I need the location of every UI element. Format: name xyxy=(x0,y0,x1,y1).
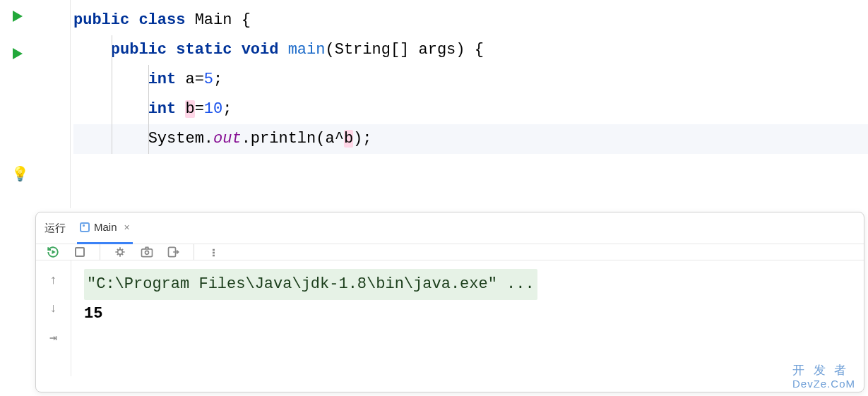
exit-icon[interactable] xyxy=(167,245,181,259)
more-options-icon[interactable]: ⋯ xyxy=(207,245,221,259)
console-output[interactable]: "C:\Program Files\Java\jdk-1.8\bin\java.… xyxy=(71,260,864,376)
down-arrow-icon[interactable]: ↓ xyxy=(49,301,57,316)
up-arrow-icon[interactable]: ↑ xyxy=(49,273,57,287)
run-line-icon[interactable] xyxy=(13,48,23,59)
svg-marker-0 xyxy=(52,250,56,254)
run-tab-label: Main xyxy=(94,221,117,233)
application-icon xyxy=(80,222,90,232)
output-result: 15 xyxy=(84,305,102,323)
code-line[interactable]: int b=10; xyxy=(73,95,868,124)
editor-gutter: 💡 xyxy=(0,0,71,208)
watermark-line1: 开 发 者 xyxy=(792,364,855,378)
run-toolbar: ⋯ xyxy=(36,244,864,260)
intention-bulb-icon[interactable]: 💡 xyxy=(11,165,29,183)
run-body: ↑ ↓ ⇥ "C:\Program Files\Java\jdk-1.8\bin… xyxy=(36,260,864,376)
run-panel-title: 运行 xyxy=(44,222,66,235)
code-content[interactable]: public class Main { public static void m… xyxy=(71,0,868,208)
close-tab-icon[interactable]: × xyxy=(124,222,130,233)
watermark: 开 发 者 DevZe.CoM xyxy=(792,364,855,390)
toolbar-separator xyxy=(100,244,100,260)
run-line-icon[interactable] xyxy=(13,11,23,22)
run-tab-main[interactable]: Main × xyxy=(77,212,133,244)
wrap-icon[interactable]: ⇥ xyxy=(49,330,57,345)
code-line[interactable]: public class Main { xyxy=(73,6,868,35)
code-editor[interactable]: 💡 public class Main { public static void… xyxy=(0,0,868,208)
debug-icon[interactable] xyxy=(113,245,127,259)
toolbar-separator xyxy=(194,244,194,260)
stop-button[interactable] xyxy=(73,245,87,259)
code-line[interactable]: int a=5; xyxy=(73,65,868,95)
svg-point-3 xyxy=(145,251,149,254)
watermark-line2: DevZe.CoM xyxy=(792,378,855,390)
svg-rect-2 xyxy=(142,249,153,257)
run-panel: 运行 Main × xyxy=(35,212,864,392)
rerun-button[interactable] xyxy=(46,245,60,259)
output-command: "C:\Program Files\Java\jdk-1.8\bin\java.… xyxy=(84,269,537,300)
screenshot-icon[interactable] xyxy=(140,245,154,259)
code-line[interactable]: public static void main(String[] args) { xyxy=(73,35,868,65)
code-line[interactable]: System.out.println(a^b); xyxy=(73,124,868,154)
svg-point-1 xyxy=(118,250,123,255)
run-tabs-bar: 运行 Main × xyxy=(36,212,864,244)
run-output-sidebar: ↑ ↓ ⇥ xyxy=(36,260,71,376)
